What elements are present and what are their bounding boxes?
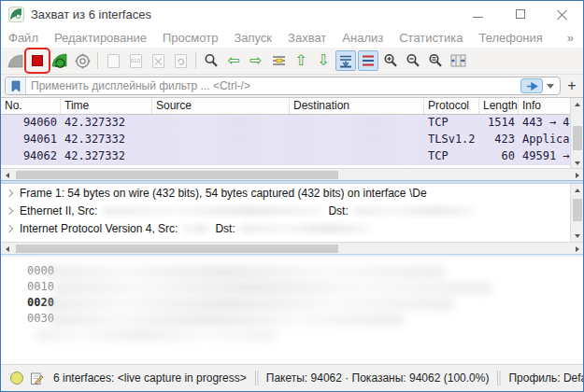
reload-file-button[interactable] xyxy=(170,50,191,71)
stop-capture-button[interactable] xyxy=(27,50,48,71)
column-header-time[interactable]: Time xyxy=(61,98,152,114)
arrow-up-icon: ⇧ xyxy=(294,53,306,68)
cell-destination-redacted xyxy=(290,132,424,148)
menu-telephony[interactable]: Телефония xyxy=(478,31,542,45)
scroll-thumb[interactable] xyxy=(573,199,582,221)
cell-source-redacted xyxy=(152,148,290,165)
scroll-thumb[interactable] xyxy=(16,171,338,179)
filter-bookmark-button[interactable] xyxy=(6,77,26,94)
scroll-up-arrow[interactable] xyxy=(571,184,584,196)
close-file-icon xyxy=(152,54,164,68)
scroll-thumb[interactable] xyxy=(16,245,338,253)
cell-time: 42.327332 xyxy=(61,132,152,148)
packet-list-pane: No. Time Source Destination Protocol Len… xyxy=(1,97,583,180)
previous-packet-button[interactable]: ⇦ xyxy=(223,50,244,71)
scroll-right-arrow[interactable] xyxy=(571,169,583,181)
detail-row-ethernet[interactable]: Ethernet II, Src: Dst: xyxy=(1,202,572,219)
packet-list-horizontal-scrollbar[interactable] xyxy=(1,168,583,180)
wireshark-app-icon xyxy=(8,7,24,22)
hex-offset: 0030 xyxy=(27,311,583,327)
expand-chevron-icon[interactable] xyxy=(6,224,13,231)
redaction-blur xyxy=(295,136,415,144)
find-packet-button[interactable] xyxy=(201,50,221,71)
packet-row[interactable]: 94060 42.327332 TCP 1514 443 → 4 xyxy=(1,115,572,132)
save-file-button[interactable]: 010 xyxy=(125,50,146,71)
minimize-button[interactable] xyxy=(457,1,499,27)
scroll-left-arrow[interactable] xyxy=(1,243,13,255)
packet-list-vertical-scrollbar[interactable] xyxy=(570,98,583,169)
zoom-in-button[interactable] xyxy=(380,50,401,71)
menu-capture[interactable]: Захват xyxy=(288,31,326,45)
arrow-left-icon: ⇦ xyxy=(227,53,239,68)
menu-go[interactable]: Запуск xyxy=(234,31,272,45)
start-capture-button[interactable] xyxy=(5,50,25,71)
maximize-button[interactable] xyxy=(499,1,541,27)
details-vertical-scrollbar[interactable] xyxy=(570,184,583,242)
scroll-thumb[interactable] xyxy=(573,126,582,150)
menu-file[interactable]: Файл xyxy=(8,31,38,45)
column-header-info[interactable]: Info xyxy=(519,98,572,114)
last-packet-button[interactable]: ⇩ xyxy=(313,50,334,71)
colorize-packets-toggle[interactable] xyxy=(358,50,378,71)
display-filter-input[interactable] xyxy=(26,77,520,94)
column-header-destination[interactable]: Destination xyxy=(290,98,424,114)
cell-source-redacted xyxy=(152,132,290,148)
reload-file-icon xyxy=(175,54,187,68)
auto-scroll-toggle[interactable] xyxy=(335,50,356,71)
scroll-up-arrow[interactable] xyxy=(571,98,584,110)
toolbar-separator xyxy=(195,52,196,69)
detail-text: Internet Protocol Version 4, Src: xyxy=(20,222,178,235)
scroll-left-arrow[interactable] xyxy=(1,169,13,181)
menu-overflow-chevron[interactable]: » xyxy=(567,31,574,45)
capture-comment-pencil-icon[interactable] xyxy=(30,371,44,385)
zoom-out-button[interactable] xyxy=(403,50,423,71)
detail-dst-label: Dst: xyxy=(328,204,348,217)
hex-offset-current: 0020 xyxy=(27,295,583,311)
hex-dump-pane[interactable]: 0000 0010 0020 0030 xyxy=(1,257,583,364)
resize-columns-button[interactable] xyxy=(448,50,468,71)
apply-filter-button[interactable] xyxy=(520,78,543,93)
window-title: Захват из 6 interfaces xyxy=(31,7,151,21)
detail-text: Ethernet II, Src: xyxy=(20,204,97,217)
open-file-button[interactable] xyxy=(103,50,123,71)
column-header-length[interactable]: Length xyxy=(479,98,519,114)
details-horizontal-scrollbar[interactable] xyxy=(1,242,583,254)
close-file-button[interactable] xyxy=(148,50,168,71)
hex-offset: 0010 xyxy=(27,279,583,295)
capture-options-button[interactable] xyxy=(72,50,93,71)
restart-capture-button[interactable] xyxy=(50,50,70,71)
cell-time: 42.327332 xyxy=(61,115,152,132)
menu-view[interactable]: Просмотр xyxy=(163,31,218,45)
scroll-right-arrow[interactable] xyxy=(571,243,583,255)
zoom-100-icon xyxy=(428,53,443,68)
first-packet-button[interactable]: ⇧ xyxy=(291,50,311,71)
redaction-blur xyxy=(295,119,415,127)
zoom-reset-button[interactable] xyxy=(425,50,446,71)
cell-length: 423 xyxy=(479,132,519,148)
add-filter-button[interactable]: + xyxy=(564,77,579,94)
detail-row-frame[interactable]: Frame 1: 54 bytes on wire (432 bits), 54… xyxy=(1,184,572,202)
detail-row-ip[interactable]: Internet Protocol Version 4, Src: Dst: xyxy=(1,219,572,237)
filter-history-dropdown[interactable] xyxy=(547,84,554,89)
menu-edit[interactable]: Редактирование xyxy=(54,31,147,45)
capture-status-text[interactable]: 6 interfaces: <live capture in progress> xyxy=(53,371,247,385)
menu-analyze[interactable]: Анализ xyxy=(342,31,383,45)
packet-row[interactable]: 94061 42.327332 TLSv1.2 423 Applica xyxy=(1,132,572,148)
column-header-protocol[interactable]: Protocol xyxy=(424,98,479,114)
filter-field xyxy=(5,77,561,95)
packet-row[interactable]: 94062 42.327332 TCP 60 49591 → xyxy=(1,148,572,165)
close-button[interactable] xyxy=(541,1,583,27)
expand-chevron-icon[interactable] xyxy=(6,189,13,196)
resize-columns-icon xyxy=(450,54,466,67)
packet-counts-text: Пакеты: 94062 · Показаны: 94062 (100.0%) xyxy=(266,371,490,385)
expand-chevron-icon[interactable] xyxy=(6,206,13,214)
column-header-no[interactable]: No. xyxy=(1,98,61,114)
profile-text[interactable]: Профиль: Default xyxy=(508,371,584,385)
expert-info-icon[interactable] xyxy=(10,371,23,385)
next-packet-button[interactable]: ⇨ xyxy=(246,50,266,71)
toolbar-separator xyxy=(97,52,98,69)
menu-statistics[interactable]: Статистика xyxy=(399,31,463,45)
goto-packet-button[interactable] xyxy=(268,50,289,71)
scroll-down-arrow[interactable] xyxy=(571,230,584,242)
column-header-source[interactable]: Source xyxy=(152,98,290,114)
